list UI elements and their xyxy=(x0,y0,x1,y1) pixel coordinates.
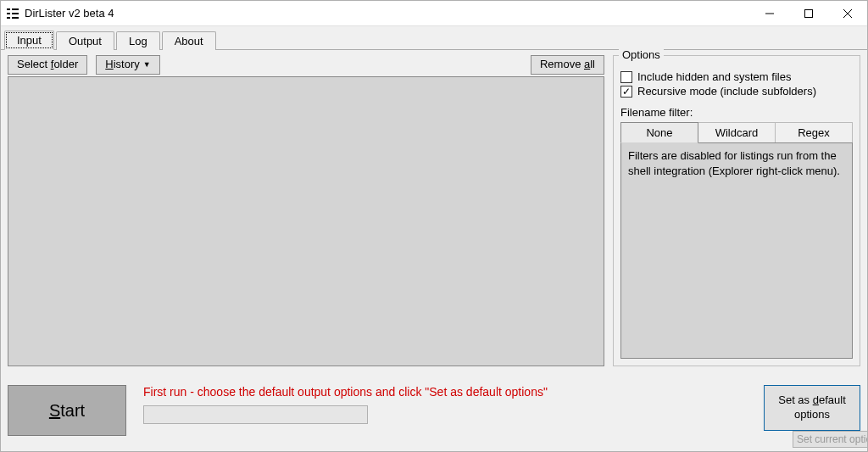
checkbox-include-hidden[interactable] xyxy=(620,71,632,83)
content-area: Select folder History▼ Remove all Option… xyxy=(1,50,867,451)
svg-rect-5 xyxy=(12,17,19,19)
history-button[interactable]: History▼ xyxy=(96,55,159,75)
tab-input[interactable]: Input xyxy=(4,31,54,50)
option-label: Recursive mode (include subfolders) xyxy=(637,85,816,98)
first-run-hint: First run - choose the default output op… xyxy=(143,385,747,399)
options-legend: Options xyxy=(619,48,664,61)
option-label: Include hidden and system files xyxy=(637,70,791,83)
svg-rect-1 xyxy=(7,13,10,14)
start-button[interactable]: Start xyxy=(8,385,126,436)
tab-log[interactable]: Log xyxy=(116,31,160,50)
svg-rect-2 xyxy=(7,17,10,19)
toolbar-row: Select folder History▼ Remove all xyxy=(8,55,604,75)
filter-body: Filters are disabled for listings run fr… xyxy=(620,142,853,359)
svg-rect-6 xyxy=(765,13,774,14)
filter-tab-none[interactable]: None xyxy=(620,122,698,143)
filter-tab-regex[interactable]: Regex xyxy=(776,122,853,143)
app-window: DirLister v2 beta 4 Input Output Log Abo… xyxy=(0,0,868,452)
svg-rect-0 xyxy=(7,8,10,10)
chevron-down-icon: ▼ xyxy=(143,60,151,69)
remove-all-button[interactable]: Remove all xyxy=(531,55,604,75)
titlebar-controls xyxy=(750,1,867,25)
progress-bar xyxy=(143,405,368,424)
filter-tab-wildcard[interactable]: Wildcard xyxy=(698,122,776,143)
main-row: Select folder History▼ Remove all Option… xyxy=(8,55,860,366)
svg-rect-3 xyxy=(12,8,19,10)
tab-output[interactable]: Output xyxy=(56,31,114,50)
option-include-hidden[interactable]: Include hidden and system files xyxy=(620,70,853,83)
svg-rect-4 xyxy=(12,13,19,14)
folder-list[interactable] xyxy=(8,76,604,366)
option-recursive[interactable]: Recursive mode (include subfolders) xyxy=(620,85,853,98)
maximize-button[interactable] xyxy=(789,1,828,25)
minimize-button[interactable] xyxy=(750,1,789,25)
clipped-button[interactable]: Set current optio xyxy=(793,431,868,448)
select-folder-button[interactable]: Select folder xyxy=(8,55,87,75)
tabstrip: Input Output Log About xyxy=(1,26,867,50)
close-button[interactable] xyxy=(828,1,867,25)
bottom-bar: Start First run - choose the default out… xyxy=(8,370,860,444)
svg-rect-7 xyxy=(805,9,813,17)
filter-label: Filename filter: xyxy=(620,106,853,119)
checkbox-recursive[interactable] xyxy=(620,86,632,98)
app-icon xyxy=(6,7,19,20)
titlebar-left: DirLister v2 beta 4 xyxy=(6,7,114,20)
tab-about[interactable]: About xyxy=(162,31,216,50)
set-default-options-button[interactable]: Set as default options xyxy=(764,385,860,431)
filter-tabs: None Wildcard Regex xyxy=(620,122,853,143)
options-panel: Options Include hidden and system files … xyxy=(613,55,860,366)
window-title: DirLister v2 beta 4 xyxy=(25,7,114,20)
left-column: Select folder History▼ Remove all xyxy=(8,55,604,366)
titlebar: DirLister v2 beta 4 xyxy=(1,1,867,26)
hint-column: First run - choose the default output op… xyxy=(143,385,747,424)
